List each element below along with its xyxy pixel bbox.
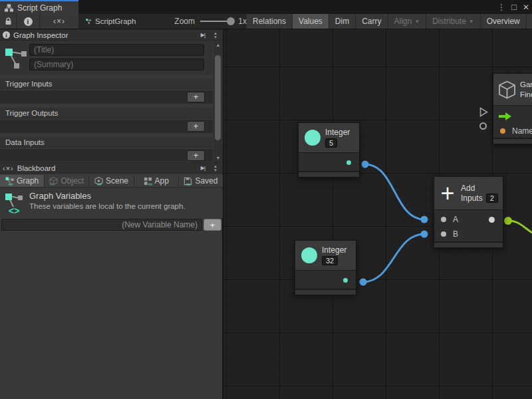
zoom-value: 1x — [238, 17, 247, 26]
code-tag-icon: ‹×› — [53, 17, 65, 26]
scroll-up-icon[interactable]: ▲ — [213, 43, 223, 47]
output-port[interactable] — [343, 278, 348, 283]
node-footer[interactable] — [299, 171, 359, 177]
node-integer-5[interactable]: Integer 5 — [298, 122, 360, 178]
tab-script-graph[interactable]: Script Graph — [0, 0, 78, 14]
node-integer-32[interactable]: Integer 32 — [295, 240, 356, 295]
tab-graph[interactable]: <> Graph — [0, 175, 45, 187]
output-port[interactable] — [489, 217, 495, 223]
node-title-line2: Find — [520, 90, 532, 100]
integer-value-field[interactable]: 5 — [325, 138, 337, 148]
svg-text:<>: <> — [148, 182, 152, 186]
trigger-arrow-icon[interactable] — [499, 112, 511, 120]
scrollbar-thumb[interactable] — [215, 55, 221, 140]
graph-variables-description: These variables are local to the current… — [29, 202, 186, 210]
tab-saved[interactable]: <> Saved — [179, 175, 223, 187]
port-a-label: A — [453, 215, 458, 224]
scroll-down-icon[interactable]: ▼ — [213, 156, 223, 160]
title-input[interactable] — [29, 44, 204, 56]
carry-button[interactable]: Carry — [356, 14, 388, 29]
hierarchy-icon — [5, 4, 13, 12]
node-footer[interactable] — [493, 138, 532, 144]
add-variable-button[interactable]: + — [203, 219, 221, 231]
maximize-button[interactable]: □ — [511, 2, 517, 12]
zoom-slider[interactable] — [200, 14, 233, 29]
wire-integer5-to-add-a[interactable] — [365, 164, 424, 219]
tab-scene[interactable]: <> Scene — [89, 175, 134, 187]
wire-endpoint[interactable] — [421, 216, 428, 223]
inputs-count-field[interactable]: 2 — [486, 194, 498, 203]
scene-icon: <> — [94, 177, 103, 186]
node-gameobject-find[interactable]: Game Find Name — [493, 73, 532, 144]
summary-input[interactable] — [29, 59, 204, 70]
graph-inspector-title: Graph Inspector — [13, 31, 68, 39]
blackboard-header: ‹×› Blackboard ▶] ▲▼ — [0, 162, 223, 174]
graph-icon — [5, 45, 29, 70]
add-data-input-button[interactable]: + — [187, 150, 205, 161]
wire-endpoint[interactable] — [362, 161, 369, 168]
info-icon: i — [24, 17, 33, 26]
info-button[interactable]: i — [17, 14, 40, 29]
output-port[interactable] — [346, 160, 351, 165]
wire-endpoint[interactable] — [421, 231, 428, 238]
graph-name-label[interactable]: ScriptGraph — [95, 17, 136, 25]
overview-button[interactable]: Overview — [481, 14, 527, 29]
node-footer[interactable] — [434, 241, 503, 247]
relations-button[interactable]: Relations — [247, 14, 293, 29]
input-port-name[interactable] — [500, 128, 505, 134]
integer-value-field[interactable]: 32 — [322, 256, 338, 265]
window-menu-button[interactable]: ⋮ — [497, 3, 505, 12]
svg-text:<>: <> — [9, 205, 19, 216]
panel-scroll-arrows[interactable]: ▲▼ — [211, 31, 220, 39]
align-dropdown[interactable]: Align ▼ — [388, 14, 427, 29]
tab-object[interactable]: <> Object — [45, 175, 89, 187]
trigger-input-port[interactable] — [479, 107, 488, 117]
input-port-a[interactable] — [441, 217, 446, 222]
input-port-b[interactable] — [441, 231, 446, 237]
inspector-scrollbar[interactable]: ▲ ▼ — [213, 41, 223, 162]
edit-graph-button[interactable]: ‹×› — [40, 14, 79, 29]
dock-icon[interactable]: ▶] — [201, 165, 205, 171]
integer-icon — [301, 247, 317, 263]
integer-icon — [305, 130, 321, 146]
chevron-down-icon: ▼ — [414, 19, 420, 25]
close-button[interactable]: ✕ — [523, 3, 529, 12]
save-icon: <> — [184, 177, 192, 186]
distribute-dropdown[interactable]: Distribute ▼ — [426, 14, 481, 29]
wire-integer32-to-add-b[interactable] — [363, 234, 424, 282]
new-variable-input[interactable] — [1, 219, 202, 231]
trigger-port-row — [493, 108, 532, 124]
graph-icon — [86, 17, 91, 26]
dim-button[interactable]: Dim — [329, 14, 356, 29]
section-trigger-inputs: Trigger Inputs — [0, 78, 213, 89]
graph-icon: <> — [5, 177, 14, 186]
window-controls: ⋮ □ ✕ — [497, 0, 529, 14]
zoom-slider-handle[interactable] — [227, 17, 235, 25]
lock-button[interactable] — [0, 14, 17, 29]
tab-app[interactable]: <> App — [134, 175, 179, 187]
blackboard-tabs: <> Graph <> Object <> — [0, 175, 223, 188]
node-add[interactable]: + Add Inputs 2 A — [434, 176, 503, 248]
script-graph-window: Script Graph ⋮ □ ✕ i ‹×› — [0, 0, 532, 399]
add-trigger-input-button[interactable]: + — [187, 92, 205, 102]
panel-scroll-arrows[interactable]: ▲▼ — [211, 164, 220, 172]
wire-endpoint[interactable] — [504, 217, 512, 225]
full-screen-button[interactable]: Full Screen — [527, 14, 532, 29]
node-title: Integer — [322, 245, 346, 255]
wire-endpoint[interactable] — [360, 279, 367, 286]
data-input-port[interactable] — [479, 122, 487, 130]
graph-breadcrumb-bar: ScriptGraph Zoom 1x — [79, 14, 247, 29]
node-footer[interactable] — [295, 289, 356, 295]
add-trigger-output-button[interactable]: + — [187, 121, 205, 132]
port-row-b: B — [434, 227, 503, 241]
toolbar: i ‹×› ScriptGraph Zoom 1x Relations — [0, 14, 532, 29]
dock-icon[interactable]: ▶] — [201, 32, 205, 38]
toolbar-buttons: Relations Values Dim Carry Align ▼ Distr… — [247, 14, 532, 29]
graph-canvas[interactable]: Integer 5 Integer 32 — [223, 29, 532, 399]
wire-add-output[interactable] — [508, 221, 532, 235]
graph-variables-icon: <> — [5, 192, 25, 216]
lock-icon — [5, 17, 12, 25]
section-trigger-outputs: Trigger Outputs — [0, 108, 213, 118]
cube-icon: <> — [49, 177, 58, 186]
values-button[interactable]: Values — [293, 14, 329, 29]
